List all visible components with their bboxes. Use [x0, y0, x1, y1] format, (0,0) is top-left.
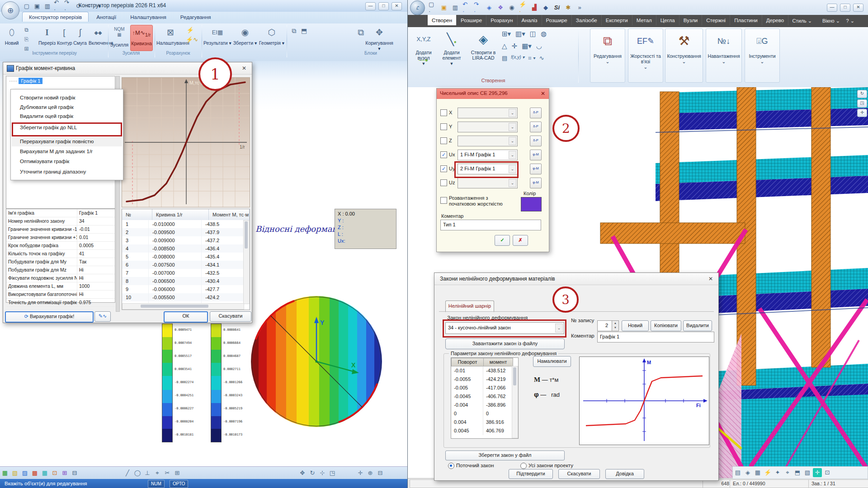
points-icon[interactable]: ⊡ [50, 469, 59, 478]
trim-icon[interactable]: ✂ [163, 469, 172, 478]
model-3d-icon[interactable]: ◈ [485, 4, 493, 12]
tab-extended-analysis[interactable]: Розшире [542, 15, 572, 25]
mesh-icon[interactable]: ▨ [20, 469, 29, 478]
draw-law-button[interactable]: Намалювати [533, 356, 571, 367]
zoom-in-icon[interactable]: ⊕ [366, 469, 375, 478]
rebar-icon[interactable]: ▩ [30, 469, 39, 478]
select-icon[interactable]: ✦ [773, 468, 782, 477]
tools-group-button[interactable]: ⍗G Інструменти⌄ [745, 28, 780, 83]
undo-icon[interactable]: ↶ · [54, 2, 62, 10]
view-pan-icon[interactable]: ✛ [857, 109, 867, 117]
results-button[interactable]: EI▦Результати ▾ [203, 25, 231, 46]
view-rotate-icon[interactable]: ↻ [857, 90, 867, 98]
checkbox-y[interactable] [440, 123, 447, 130]
tab-settings[interactable]: Налаштування [124, 12, 172, 22]
menu-refine-range[interactable]: Уточнити границі діапазону [12, 167, 122, 177]
undo-icon[interactable]: ↶ · [462, 4, 471, 12]
tab-annotations[interactable]: Анотації [90, 12, 123, 22]
orto-indicator[interactable]: ОРТО [170, 480, 188, 488]
law-comment-input[interactable]: Графік 1 [597, 332, 714, 343]
lightning-icon[interactable]: ⚡ [185, 25, 195, 35]
menu-duplicate-graph[interactable]: Дублювати цей графік [12, 103, 122, 112]
pan-icon[interactable]: ✛ [356, 469, 365, 478]
labels-icon[interactable]: ⊟ [70, 469, 79, 478]
stiffness-group-button[interactable]: EF✎ Жорсткості та в'язі⌄ [628, 28, 663, 83]
curvature-table[interactable]: № Кривина 1/r Момент М, тс·м 1-0.010000-… [122, 209, 250, 310]
tab-timber[interactable]: Дерево [762, 15, 788, 25]
lira-logo[interactable]: Ꮭ [410, 0, 425, 15]
new-section-button[interactable]: ⬯Новий [2, 25, 22, 46]
grid-toggle-icon[interactable]: ⊞ [173, 469, 182, 478]
si-units-icon[interactable]: Si [553, 4, 561, 12]
menu-delete-graph[interactable]: Видалити оцей графік [12, 112, 122, 121]
qat-more-icon[interactable]: » [576, 4, 584, 12]
tab-create[interactable]: Створен [428, 15, 457, 25]
fragment-icon[interactable]: ⬒ [793, 468, 802, 477]
tab-editing[interactable]: Редагування [174, 12, 217, 22]
checkbox-uy[interactable]: ✓ [440, 165, 447, 172]
table-vscrollbar[interactable] [243, 220, 250, 304]
dialog-close-icon[interactable]: ✕ [240, 65, 248, 72]
new-doc-icon[interactable]: ▢ [23, 2, 31, 10]
tab-section-constructor[interactable]: Конструктор перерізів [22, 12, 89, 22]
app-button[interactable]: ⊕ [1, 1, 19, 19]
menu-optimize-graph[interactable]: Оптимізувати графік [12, 157, 122, 166]
combo-z[interactable]: ⌄ [458, 136, 518, 146]
menu-recalc-graph[interactable]: Перерахувати графік повністю [12, 137, 122, 146]
checkbox-z[interactable] [440, 137, 447, 144]
grid-mesh-icon[interactable]: ▦▾ [522, 42, 532, 50]
laws-dialog-close-icon[interactable]: ✕ [707, 275, 715, 283]
block-move-icon[interactable]: ⬒ [299, 26, 309, 36]
new-law-button[interactable]: Новий [622, 320, 649, 331]
law-btn-uy[interactable]: φ-M [530, 164, 542, 174]
refresh-icon[interactable]: ⟳ [75, 2, 83, 10]
block-copy-icon[interactable]: ⧉ [289, 26, 299, 36]
checkbox-uz[interactable] [440, 179, 447, 186]
tab-nodes[interactable]: Вузли [679, 15, 703, 25]
confirm-button[interactable]: Підтвердити [509, 469, 553, 479]
axes-icon[interactable]: ⊞ [60, 469, 69, 478]
fe-dialog-titlebar[interactable]: Чисельний опис СЕ 295,296 ✕ [437, 89, 549, 99]
save-icon[interactable]: ▥ [451, 4, 459, 12]
hatch-icon[interactable]: ▧ [803, 468, 812, 477]
menu-create-graph[interactable]: Створити новий графік [12, 93, 122, 103]
truss-icon[interactable]: △ [502, 42, 507, 50]
qat-more-icon[interactable]: ▾ [95, 2, 104, 10]
smuha-button[interactable]: ∫Смуга [72, 25, 88, 46]
wall-icon[interactable]: ▥▾ [515, 30, 525, 38]
checkbox-x[interactable] [440, 109, 447, 116]
open-icon[interactable]: ▣ [33, 2, 41, 10]
plate-icon[interactable]: ▤ [502, 55, 507, 62]
graph-properties-grid[interactable]: Ім'я графікаГрафік 1 Номер нелінійного з… [6, 209, 115, 303]
law-btn-x[interactable]: δ-P [530, 108, 542, 118]
spline-icon[interactable]: ∿ [539, 55, 544, 62]
view-fit-icon[interactable]: ◳ [857, 99, 867, 108]
zusyllia-button[interactable]: NQM▦ Зусилля [109, 25, 129, 47]
checkbox-unloading[interactable] [440, 197, 447, 204]
add-node-button[interactable]: X,Y,Z—● Додати вузол▾ [410, 29, 437, 66]
compute-graph-button[interactable]: ⟳ Вирахувати графік! [5, 311, 94, 323]
minimize-button[interactable]: — [827, 4, 837, 12]
comment-input[interactable]: Тип 1 [440, 220, 541, 230]
combo-uz[interactable]: ⌄ [458, 178, 518, 188]
edit-group-button[interactable]: ⧉ Редагування⌄ [590, 28, 625, 83]
align-icon[interactable]: ⊹ [318, 469, 327, 478]
rotate-icon[interactable]: ↻ [308, 469, 317, 478]
run-icon[interactable]: ⚡ [763, 468, 772, 477]
load-law-from-file-button[interactable]: Завантажити закон із файлу [445, 338, 565, 349]
law-points-table[interactable]: Поворот момент -0.01-438.512 -0.0055-424… [451, 357, 519, 439]
tools-icon[interactable]: ✱ [564, 4, 572, 12]
fit-icon[interactable]: ◳ [328, 469, 337, 478]
calc-settings-button[interactable]: ⊠Налаштування [156, 25, 184, 46]
snap-icon[interactable]: ⌖ [153, 469, 162, 478]
save-icon[interactable]: ▥ [43, 2, 52, 10]
tab-nonlinear-hinge[interactable]: Нелінійний шарнір [445, 300, 494, 312]
laws-dialog-titlebar[interactable]: Закони нелінійного деформування матеріал… [434, 273, 718, 285]
laws-cancel-button[interactable]: Скасувати [558, 469, 600, 479]
arch-icon[interactable]: ◡ [536, 42, 542, 50]
save-law-to-file-button[interactable]: Зберегти закон у файл [445, 450, 565, 460]
fe-dialog-close-icon[interactable]: ✕ [539, 90, 547, 98]
tab-reinforced-concrete[interactable]: Залізобе [572, 15, 602, 25]
design-group-button[interactable]: ⚒ Конструювання⌄ [665, 28, 703, 83]
law-btn-y[interactable]: δ-P [530, 122, 542, 132]
